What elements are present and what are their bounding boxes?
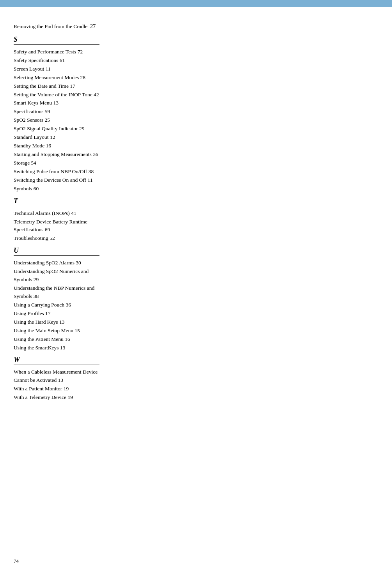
section-divider-t [14, 206, 99, 206]
list-item: Standby Mode 16 [14, 142, 378, 150]
section-letter-t: T [14, 197, 378, 205]
list-item: SpO2 Signal Quality Indicator 29 [14, 125, 378, 133]
section-w: WWhen a Cableless Measurement DeviceCann… [14, 356, 378, 402]
top-bar [0, 0, 392, 7]
sections-container: SSafety and Performance Tests 72Safety S… [14, 35, 378, 402]
list-item: With a Telemetry Device 19 [14, 393, 378, 402]
entry-page: 27 [90, 23, 96, 29]
top-index-entry: Removing the Pod from the Cradle 27 [14, 23, 378, 31]
page-content: Removing the Pod from the Cradle 27 SSaf… [0, 7, 392, 429]
list-item: Symbols 60 [14, 185, 378, 193]
list-item: Troubleshooting 52 [14, 234, 378, 243]
list-item: Setting the Volume of the INOP Tone 42 [14, 91, 378, 99]
list-item: Safety Specifications 61 [14, 57, 378, 65]
page-footer: 74 [14, 558, 19, 564]
entry-text: Removing the Pod from the Cradle [14, 23, 87, 29]
list-item: Selecting Measurement Modes 28 [14, 74, 378, 82]
list-item: Technical Alarms (INOPs) 41 [14, 209, 378, 218]
list-item: Storage 54 [14, 159, 378, 167]
list-item: Switching Pulse from NBP On/Off 38 [14, 168, 378, 176]
list-item: Starting and Stopping Measurements 36 [14, 151, 378, 159]
page-number: 74 [14, 558, 19, 564]
list-item: Using the Main Setup Menu 15 [14, 327, 378, 335]
list-item: When a Cableless Measurement DeviceCanno… [14, 368, 378, 385]
section-divider-u [14, 255, 99, 256]
section-t: TTechnical Alarms (INOPs) 41Telemetry De… [14, 197, 378, 243]
list-item: SpO2 Sensors 25 [14, 116, 378, 124]
list-item: Understanding the NBP Numerics andSymbol… [14, 284, 378, 301]
list-item: Smart Keys Menu 13 [14, 99, 378, 107]
list-item: Using the Hard Keys 13 [14, 318, 378, 326]
list-item: Using Profiles 17 [14, 310, 378, 318]
section-letter-s: S [14, 35, 378, 44]
list-item: Setting the Date and Time 17 [14, 82, 378, 90]
list-item: Understanding SpO2 Numerics andSymbols 2… [14, 268, 378, 284]
section-s: SSafety and Performance Tests 72Safety S… [14, 35, 378, 193]
section-letter-w: W [14, 356, 378, 364]
list-item: Using the Patient Menu 16 [14, 335, 378, 344]
section-divider-w [14, 365, 99, 365]
section-divider-s [14, 44, 99, 45]
list-item: Using the SmartKeys 13 [14, 344, 378, 352]
list-item: Standard Layout 12 [14, 133, 378, 142]
list-item: With a Patient Monitor 19 [14, 385, 378, 393]
list-item: Switching the Devices On and Off 11 [14, 176, 378, 184]
list-item: Screen Layout 11 [14, 65, 378, 73]
section-u: UUnderstanding SpO2 Alarms 30Understandi… [14, 246, 378, 352]
section-letter-u: U [14, 246, 378, 255]
list-item: Understanding SpO2 Alarms 30 [14, 259, 378, 267]
list-item: Using a Carrying Pouch 36 [14, 301, 378, 309]
list-item: Telemetry Device Battery RuntimeSpecific… [14, 218, 378, 234]
list-item: Safety and Performance Tests 72 [14, 48, 378, 56]
list-item: Specifications 59 [14, 108, 378, 116]
